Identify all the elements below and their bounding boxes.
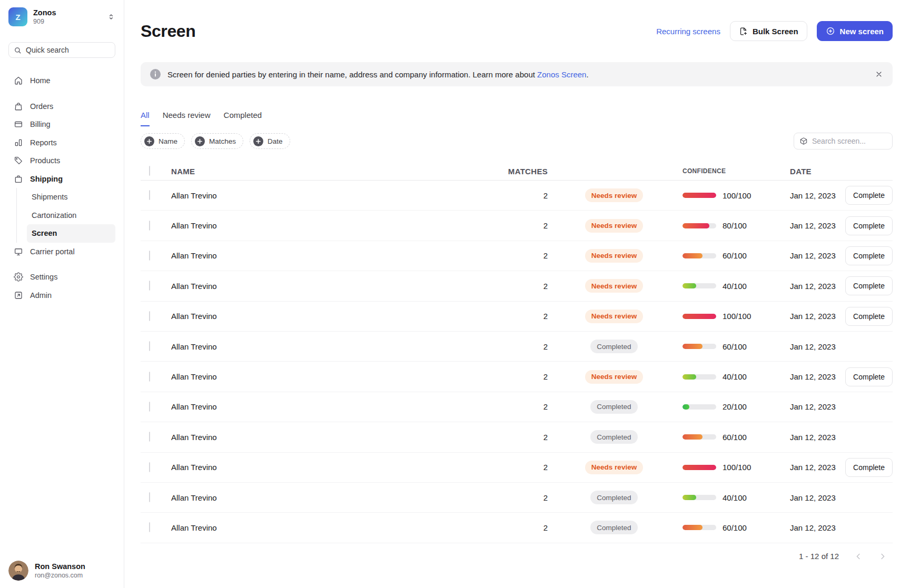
confidence-score: 40/100 <box>723 282 747 291</box>
sidebar-item-screen[interactable]: Screen <box>27 224 115 243</box>
quick-search-field[interactable] <box>8 42 115 58</box>
org-name: Zonos <box>33 8 56 17</box>
row-checkbox[interactable] <box>149 221 150 231</box>
sidebar-item-label: Screen <box>32 229 57 237</box>
external-link-square-icon <box>14 291 23 300</box>
sidebar-item-label: Carrier portal <box>30 247 75 256</box>
sidebar-item-shipping[interactable]: Shipping <box>8 170 115 188</box>
chevron-right-icon[interactable] <box>878 552 887 561</box>
complete-button[interactable]: Complete <box>845 276 893 295</box>
row-checkbox[interactable] <box>149 190 150 200</box>
filter-chip-date[interactable]: Date <box>250 133 290 149</box>
filter-chip-label: Name <box>159 137 177 145</box>
row-action-cell: Complete <box>843 186 893 205</box>
sidebar-item-label: Home <box>30 76 51 85</box>
table-row: Allan Trevino 2 Completed 60/100 Jan 12,… <box>141 422 893 452</box>
row-date: Jan 12, 2023 <box>790 312 843 321</box>
sidebar-item-shipments[interactable]: Shipments <box>27 188 115 206</box>
row-checkbox[interactable] <box>149 311 150 321</box>
recurring-screens-link[interactable]: Recurring screens <box>656 27 720 36</box>
confidence-bar <box>682 253 716 258</box>
screen-search-input[interactable] <box>812 137 887 145</box>
close-icon[interactable] <box>875 70 883 78</box>
row-checkbox[interactable] <box>149 402 150 412</box>
new-screen-button[interactable]: New screen <box>817 21 893 41</box>
confidence-score: 20/100 <box>723 402 747 411</box>
row-status-cell: Needs review <box>548 310 680 323</box>
sidebar-nav: Home Orders Billing Reports Products S <box>8 72 115 304</box>
row-checkbox-cell <box>149 281 159 291</box>
complete-button[interactable]: Complete <box>845 307 893 326</box>
row-checkbox[interactable] <box>149 251 150 261</box>
sidebar-item-cartonization[interactable]: Cartonization <box>27 206 115 225</box>
sidebar-item-settings[interactable]: Settings <box>8 268 115 286</box>
sidebar-item-home[interactable]: Home <box>8 72 115 90</box>
status-badge: Completed <box>590 521 637 534</box>
complete-button[interactable]: Complete <box>845 216 893 235</box>
filter-chip-matches[interactable]: Matches <box>191 133 243 149</box>
new-screen-label: New screen <box>840 27 884 36</box>
complete-button[interactable]: Complete <box>845 186 893 205</box>
quick-search-input[interactable] <box>26 46 110 54</box>
user-text: Ron Swanson ron@zonos.com <box>35 562 85 579</box>
user-menu[interactable]: Ron Swanson ron@zonos.com <box>8 561 115 581</box>
row-checkbox[interactable] <box>149 341 150 351</box>
filter-chip-name[interactable]: Name <box>141 133 185 149</box>
sidebar-item-label: Shipments <box>32 193 68 201</box>
table-row: Allan Trevino 2 Completed 60/100 Jan 12,… <box>141 513 893 543</box>
sidebar: Z Zonos 909 Home Orders <box>0 0 124 588</box>
row-matches: 2 <box>453 251 548 260</box>
status-badge: Needs review <box>585 461 643 474</box>
confidence-bar <box>682 434 716 440</box>
row-checkbox[interactable] <box>149 492 150 502</box>
sidebar-item-orders[interactable]: Orders <box>8 97 115 116</box>
filter-chip-label: Matches <box>209 137 236 145</box>
select-all-checkbox[interactable] <box>149 166 150 176</box>
tab-needs-review[interactable]: Needs review <box>163 111 211 126</box>
zonos-screen-link[interactable]: Zonos Screen <box>537 70 586 79</box>
shopping-bag-icon <box>14 102 23 111</box>
row-checkbox[interactable] <box>149 432 150 442</box>
complete-button[interactable]: Complete <box>845 458 893 477</box>
row-matches: 2 <box>453 402 548 411</box>
sidebar-item-billing[interactable]: Billing <box>8 115 115 134</box>
table-row: Allan Trevino 2 Completed 60/100 Jan 12,… <box>141 332 893 362</box>
row-checkbox[interactable] <box>149 462 150 472</box>
row-checkbox[interactable] <box>149 522 150 532</box>
confidence-score: 100/100 <box>723 463 751 472</box>
user-avatar <box>8 561 28 581</box>
confidence-bar <box>682 344 716 349</box>
column-header-confidence: CONFIDENCE <box>680 167 790 175</box>
page-title: Screen <box>141 22 195 41</box>
sidebar-item-label: Billing <box>30 120 51 128</box>
tab-all[interactable]: All <box>141 111 150 126</box>
confidence-bar-fill <box>682 283 696 288</box>
row-matches: 2 <box>453 342 548 351</box>
tab-completed[interactable]: Completed <box>224 111 262 126</box>
table-row: Allan Trevino 2 Completed 20/100 Jan 12,… <box>141 392 893 422</box>
sidebar-item-products[interactable]: Products <box>8 152 115 170</box>
row-action-cell: Complete <box>843 307 893 326</box>
org-switcher[interactable]: Z Zonos 909 <box>8 6 115 27</box>
sidebar-item-admin[interactable]: Admin <box>8 286 115 305</box>
bulk-screen-button[interactable]: Bulk Screen <box>730 21 807 41</box>
sidebar-item-carrier-portal[interactable]: Carrier portal <box>8 243 115 261</box>
row-checkbox[interactable] <box>149 281 150 291</box>
row-confidence-cell: 100/100 <box>680 312 790 321</box>
confidence-bar-fill <box>682 344 703 349</box>
shipping-bag-icon <box>14 174 23 184</box>
row-checkbox[interactable] <box>149 372 150 382</box>
chevron-left-icon[interactable] <box>854 552 863 561</box>
row-status-cell: Needs review <box>548 219 680 233</box>
row-confidence-cell: 60/100 <box>680 251 790 260</box>
table-row: Allan Trevino 2 Needs review 40/100 Jan … <box>141 362 893 392</box>
sidebar-item-reports[interactable]: Reports <box>8 134 115 152</box>
row-date: Jan 12, 2023 <box>790 463 843 472</box>
complete-button[interactable]: Complete <box>845 246 893 265</box>
row-status-cell: Needs review <box>548 370 680 384</box>
row-confidence-cell: 60/100 <box>680 342 790 351</box>
confidence-bar-fill <box>682 465 716 470</box>
screen-search-field[interactable] <box>794 133 893 150</box>
complete-button[interactable]: Complete <box>845 367 893 386</box>
confidence-bar <box>682 223 716 228</box>
